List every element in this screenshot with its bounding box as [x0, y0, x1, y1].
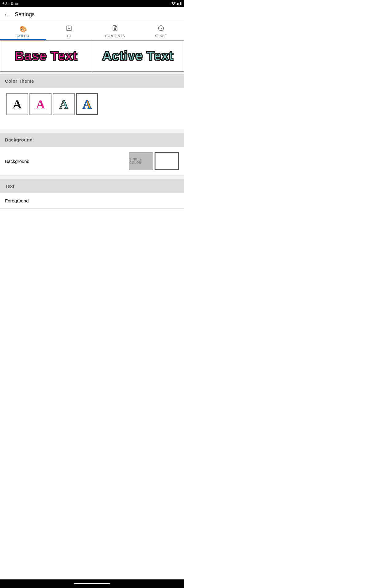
active-text-display: Active Text: [102, 49, 174, 63]
svg-rect-4: [181, 2, 182, 5]
settings-icon: ⚙: [10, 2, 13, 6]
theme-a-teal-label: A: [59, 97, 68, 111]
file-text-icon: [112, 25, 118, 33]
clock-circle-icon: [158, 25, 164, 33]
page-title: Settings: [15, 11, 35, 18]
toolbar: ← Settings: [0, 7, 184, 22]
tab-sense[interactable]: SENSE: [138, 22, 184, 40]
tab-ui[interactable]: UI: [46, 22, 92, 40]
status-bar-left: 6:21 ⚙ ▭: [2, 2, 18, 6]
status-bar-right: [171, 2, 182, 6]
foreground-row: Foreground: [0, 193, 184, 209]
bg-option-single-color[interactable]: SINGLE COLOR: [129, 152, 153, 170]
background-row: Background SINGLE COLOR: [0, 147, 184, 175]
background-header: Background: [0, 133, 184, 147]
theme-option-black[interactable]: A: [6, 93, 28, 115]
active-text-preview: Active Text: [92, 41, 184, 71]
tab-color-label: COLOR: [17, 34, 29, 38]
tab-color[interactable]: 🎨 COLOR: [0, 22, 46, 40]
theme-option-orange[interactable]: A: [76, 93, 98, 115]
preview-row: Base Text Active Text: [0, 40, 184, 72]
text-header: Text: [0, 179, 184, 193]
base-text-display: Base Text: [15, 49, 77, 63]
theme-option-teal[interactable]: A: [53, 93, 75, 115]
theme-selector: A A A A: [0, 88, 184, 120]
tab-ui-label: UI: [67, 34, 71, 38]
tab-sense-label: SENSE: [155, 34, 167, 38]
status-time: 6:21: [2, 2, 9, 6]
wifi-icon: [171, 2, 176, 6]
svg-rect-2: [178, 3, 179, 5]
theme-a-black-label: A: [13, 97, 22, 111]
foreground-label: Foreground: [5, 198, 29, 203]
bg-option-white[interactable]: [155, 152, 179, 170]
background-label: Background: [5, 159, 29, 164]
background-options: SINGLE COLOR: [129, 152, 179, 170]
tab-contents-label: CONTENTS: [105, 34, 125, 38]
tabs-bar: 🎨 COLOR UI CONTENTS: [0, 22, 184, 40]
theme-a-pink-label: A: [36, 97, 45, 111]
color-theme-header: Color Theme: [0, 74, 184, 88]
tab-contents[interactable]: CONTENTS: [92, 22, 138, 40]
palette-icon: 🎨: [19, 25, 27, 33]
signal-icon: [177, 2, 182, 6]
download-box-icon: [66, 25, 72, 33]
status-bar: 6:21 ⚙ ▭: [0, 0, 184, 7]
single-color-label: SINGLE COLOR: [129, 158, 153, 164]
theme-a-orange-label: A: [83, 97, 92, 111]
base-text-preview: Base Text: [0, 41, 92, 71]
svg-rect-1: [177, 3, 178, 5]
svg-rect-3: [180, 2, 181, 5]
svg-point-0: [173, 4, 174, 5]
sim-icon: ▭: [15, 2, 18, 6]
back-button[interactable]: ←: [4, 11, 10, 18]
theme-option-pink[interactable]: A: [29, 93, 52, 115]
